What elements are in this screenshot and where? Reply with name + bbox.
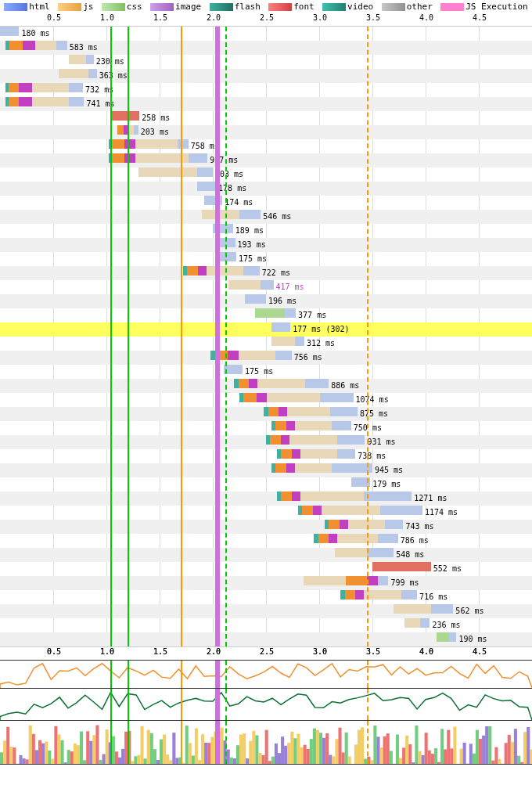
phase-download xyxy=(69,97,84,106)
phase-ssl xyxy=(19,97,31,106)
svg-rect-122 xyxy=(390,751,393,764)
phase-download xyxy=(420,618,430,628)
svg-rect-156 xyxy=(498,759,501,764)
svg-rect-62 xyxy=(198,760,201,764)
svg-rect-142 xyxy=(453,726,456,764)
phase-download xyxy=(364,492,412,501)
phase-ttfb xyxy=(267,393,320,402)
phase-download xyxy=(367,548,394,557)
svg-rect-60 xyxy=(192,755,195,764)
axis-top: 0.51.01.52.02.53.03.54.04.5 xyxy=(0,13,532,27)
phase-connect xyxy=(318,534,329,543)
phase-ttfb xyxy=(337,534,378,543)
phase-connect xyxy=(9,83,20,92)
timing-label: 177 ms (302) xyxy=(293,325,349,333)
svg-rect-111 xyxy=(354,744,358,764)
svg-rect-65 xyxy=(207,743,210,764)
timing-label: 945 ms xyxy=(375,466,403,474)
svg-rect-24 xyxy=(77,745,80,764)
request-row: 363 ms xyxy=(0,69,532,83)
phase-download xyxy=(218,252,236,261)
phase-ssl xyxy=(124,153,135,163)
js-swatch xyxy=(58,3,81,11)
legend: htmljscssimageflashfontvideootherJS Exec… xyxy=(0,0,532,13)
phase-download xyxy=(243,266,259,275)
svg-rect-82 xyxy=(262,755,265,764)
request-row: 258 ms xyxy=(0,111,532,125)
svg-rect-51 xyxy=(163,735,166,764)
phase-download xyxy=(86,55,94,64)
phase-ssl xyxy=(23,41,35,50)
flash-swatch xyxy=(210,3,233,11)
phase-download xyxy=(197,182,216,191)
svg-rect-79 xyxy=(252,731,255,764)
font-swatch xyxy=(268,3,292,11)
svg-rect-0 xyxy=(0,752,3,764)
svg-rect-107 xyxy=(342,752,345,764)
phase-download xyxy=(197,167,213,177)
svg-rect-165 xyxy=(527,727,530,764)
phase-download xyxy=(178,139,189,149)
svg-rect-75 xyxy=(239,735,243,764)
phase-ssl xyxy=(281,435,289,445)
phase-download xyxy=(385,520,403,529)
svg-rect-120 xyxy=(383,736,386,764)
request-row: 756 ms xyxy=(0,351,532,365)
svg-rect-69 xyxy=(221,728,224,764)
timing-label: 1271 ms xyxy=(414,494,447,502)
request-row: 230 ms xyxy=(0,55,532,69)
phase-connect xyxy=(281,492,292,501)
request-row: 722 ms xyxy=(0,266,532,280)
phase-download xyxy=(330,407,358,416)
svg-rect-14 xyxy=(45,742,48,764)
timing-label: 722 ms xyxy=(262,268,290,277)
phase-download xyxy=(431,604,454,614)
svg-rect-23 xyxy=(74,744,77,764)
request-row: 743 ms xyxy=(0,520,532,534)
svg-rect-96 xyxy=(307,749,310,764)
request-row: 931 ms xyxy=(0,435,532,449)
svg-rect-1 xyxy=(3,740,6,764)
phase-ssl xyxy=(198,266,207,275)
timing-label: 312 ms xyxy=(307,339,335,347)
svg-rect-103 xyxy=(329,755,332,764)
svg-rect-129 xyxy=(412,762,415,764)
timing-label: 1174 ms xyxy=(425,508,458,517)
request-row: 732 ms xyxy=(0,83,532,97)
util-cpu xyxy=(0,661,532,689)
phase-download xyxy=(337,435,365,445)
request-row: 177 ms (302) xyxy=(0,322,532,337)
timing-label: 886 ms xyxy=(331,381,359,390)
svg-rect-38 xyxy=(121,749,124,764)
timing-label: 716 ms xyxy=(419,592,448,601)
svg-rect-22 xyxy=(70,751,74,764)
axis-bottom: 0.51.01.52.02.53.03.54.04.50.51.01.52.02… xyxy=(0,646,532,660)
phase-ttfb xyxy=(295,463,332,473)
svg-rect-160 xyxy=(511,742,514,764)
utilization-panel xyxy=(0,660,532,778)
svg-rect-58 xyxy=(185,726,189,764)
phase-ttfb xyxy=(257,379,305,388)
svg-rect-126 xyxy=(402,747,405,764)
phase-download xyxy=(401,590,417,600)
timing-label: 786 ms xyxy=(401,536,429,545)
phase-ssl xyxy=(340,520,348,529)
svg-rect-9 xyxy=(29,726,32,764)
phase-ttfb xyxy=(138,167,197,177)
timing-label: 193 ms xyxy=(238,240,266,249)
svg-rect-148 xyxy=(473,754,476,764)
svg-rect-27 xyxy=(86,731,89,764)
svg-rect-133 xyxy=(425,733,428,764)
phase-ttfb xyxy=(202,210,239,219)
phase-ttfb xyxy=(295,421,332,430)
svg-rect-159 xyxy=(508,735,511,764)
phase-download xyxy=(380,506,422,515)
phase-ttfb xyxy=(300,449,338,459)
phase-ssl xyxy=(286,463,295,473)
svg-rect-47 xyxy=(150,733,153,764)
svg-rect-66 xyxy=(210,737,214,764)
svg-rect-77 xyxy=(246,758,249,764)
request-row: 196 ms xyxy=(0,294,532,308)
phase-connect xyxy=(329,520,340,529)
request-row: 377 ms xyxy=(0,308,532,322)
